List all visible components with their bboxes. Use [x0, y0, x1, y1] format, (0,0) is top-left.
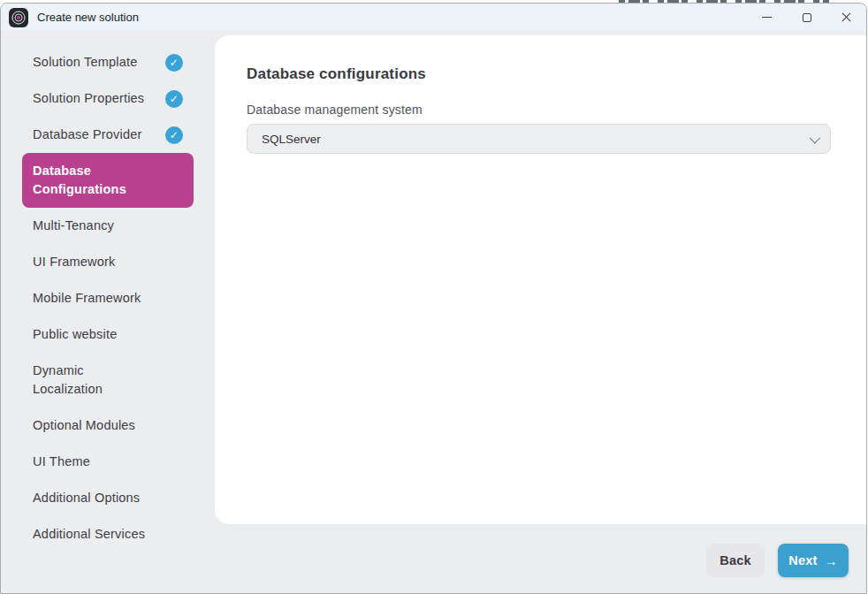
sidebar-item-solution-properties[interactable]: Solution Properties ✓ [22, 80, 194, 117]
sidebar-item-label: Database Configurations [33, 162, 141, 199]
page-title: Database configurations [247, 65, 831, 83]
sidebar-item-label: Database Provider [33, 126, 142, 144]
sidebar-item-optional-modules[interactable]: Optional Modules [22, 407, 194, 444]
sidebar-item-database-provider[interactable]: Database Provider ✓ [22, 117, 194, 153]
sidebar-item-multi-tenancy[interactable]: Multi-Tenancy [22, 208, 194, 244]
sidebar-nav: Solution Template ✓ Solution Properties … [1, 31, 215, 593]
close-icon [841, 11, 852, 23]
sidebar-item-label: Optional Modules [33, 416, 135, 435]
sidebar-item-label: Solution Properties [33, 89, 144, 108]
sidebar-item-label: Public website [33, 325, 118, 344]
step-completed-check-icon: ✓ [165, 126, 183, 144]
window-title: Create new solution [37, 11, 139, 24]
back-button[interactable]: Back [706, 544, 765, 577]
sidebar-item-additional-services[interactable]: Additional Services [22, 516, 194, 552]
sidebar-item-public-website[interactable]: Public website [22, 316, 194, 353]
app-logo-icon [9, 8, 28, 27]
maximize-button[interactable] [787, 4, 826, 31]
sidebar-item-mobile-framework[interactable]: Mobile Framework [22, 280, 194, 316]
arrow-right-icon: → [825, 553, 838, 568]
step-completed-check-icon: ✓ [165, 54, 183, 72]
sidebar-item-ui-framework[interactable]: UI Framework [22, 244, 194, 280]
sidebar-item-label: Mobile Framework [33, 289, 141, 308]
step-completed-check-icon: ✓ [165, 90, 183, 108]
minimize-icon [762, 17, 772, 18]
back-button-label: Back [720, 553, 750, 567]
sidebar-item-label: UI Theme [33, 453, 90, 471]
close-button[interactable] [826, 4, 866, 31]
sidebar-item-label: Additional Services [33, 525, 145, 544]
sidebar-item-database-configurations[interactable]: Database Configurations [22, 153, 194, 208]
create-new-solution-window: Create new solution Solution Template ✓ … [0, 3, 867, 594]
sidebar-item-label: Solution Template [33, 53, 137, 72]
window-controls [747, 4, 866, 31]
sidebar-item-label: UI Framework [33, 253, 115, 271]
sidebar-item-ui-theme[interactable]: UI Theme [22, 444, 194, 480]
database-management-system-select[interactable]: SQLServer [247, 124, 831, 154]
wizard-footer-actions: Back Next → [706, 544, 849, 577]
sidebar-item-label: Additional Options [33, 489, 140, 507]
next-button-label: Next [788, 553, 817, 567]
select-value: SQLServer [262, 133, 321, 146]
maximize-icon [803, 13, 811, 22]
main-panel: Database configurations Database managem… [215, 35, 866, 524]
sidebar-item-label: Multi-Tenancy [33, 217, 114, 235]
sidebar-item-additional-options[interactable]: Additional Options [22, 480, 194, 516]
sidebar-item-solution-template[interactable]: Solution Template ✓ [22, 44, 194, 80]
minimize-button[interactable] [747, 4, 787, 31]
database-management-system-label: Database management system [247, 103, 831, 117]
titlebar: Create new solution [1, 4, 866, 31]
next-button[interactable]: Next → [778, 544, 849, 577]
sidebar-item-dynamic-localization[interactable]: Dynamic Localization [22, 353, 194, 407]
sidebar-item-label: Dynamic Localization [33, 362, 141, 399]
chevron-down-icon [810, 132, 821, 143]
